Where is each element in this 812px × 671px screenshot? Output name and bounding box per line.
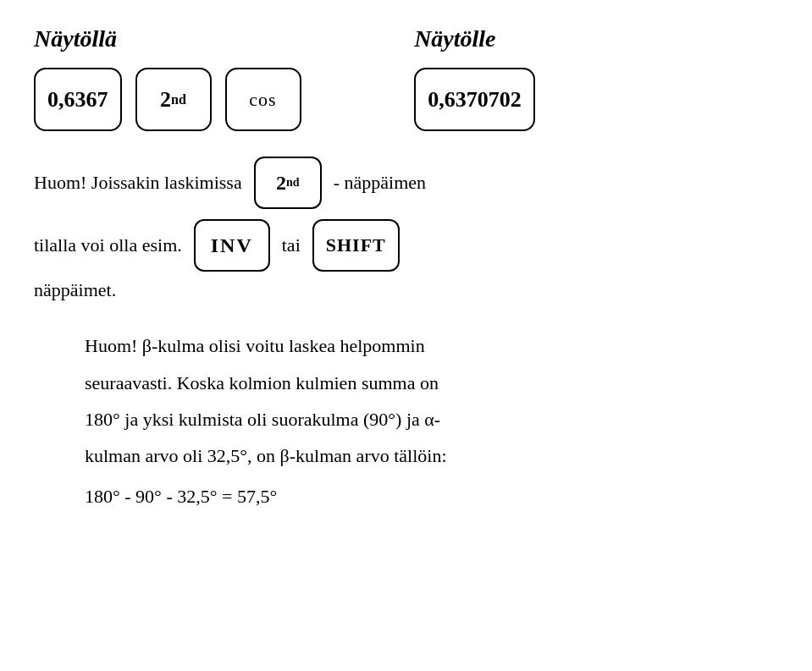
note-line-3: näppäimet. [34,275,778,305]
key-cos[interactable]: cos [225,68,301,131]
beta-line-5: 180° - 90° - 32,5° = 57,5° [85,481,778,512]
key-value-left[interactable]: 0,6367 [34,68,122,131]
note-line-2: tilalla voi olla esim. INV tai SHIFT [34,219,778,272]
key-2nd-inline-sup: nd [286,173,300,192]
beta-line-3: 180° ja yksi kulmista oli suorakulma (90… [85,404,778,435]
key-2nd-main: 2 [160,87,171,113]
key-shift[interactable]: SHIFT [312,219,400,272]
top-section: Näytöllä 0,6367 2nd cos Näytölle 0,63707… [34,25,778,140]
huom1-text: Huom! Joissakin laskimissa [34,168,242,197]
note-line-1: Huom! Joissakin laskimissa 2nd - näppäim… [34,157,778,209]
naappaimetr-text: näppäimet. [34,279,116,300]
key-row-left: 0,6367 2nd cos [34,68,414,131]
key-row-right: 0,6370702 [414,68,778,131]
key-2nd[interactable]: 2nd [135,68,212,131]
tilalla-text: tilalla voi olla esim. [34,230,182,260]
tai-text: tai [282,230,301,260]
key-value-right[interactable]: 0,6370702 [414,68,535,131]
col-naytolla: Näytöllä 0,6367 2nd cos [34,25,414,140]
key-2nd-inline-main: 2 [276,167,286,199]
key-2nd-sup: nd [171,92,186,107]
note-block-1: Huom! Joissakin laskimissa 2nd - näppäim… [34,157,778,305]
key-2nd-inline[interactable]: 2nd [254,157,322,209]
beta-line-1: Huom! β-kulma olisi voitu laskea helpomm… [85,330,778,361]
heading-naytolla: Näytöllä [34,25,414,52]
beta-line-2: seuraavasti. Koska kolmion kulmien summa… [85,367,778,399]
page-container: Näytöllä 0,6367 2nd cos Näytölle 0,63707… [34,25,778,512]
col-nayttolle: Näytölle 0,6370702 [414,25,778,140]
key-inv[interactable]: INV [194,219,270,272]
naappaimen-text: - näppäimen [334,168,426,197]
beta-line-4: kulman arvo oli 32,5°, on β-kulman arvo … [85,440,778,471]
heading-nayttolle: Näytölle [414,25,778,52]
beta-note-block: Huom! β-kulma olisi voitu laskea helpomm… [85,330,778,512]
